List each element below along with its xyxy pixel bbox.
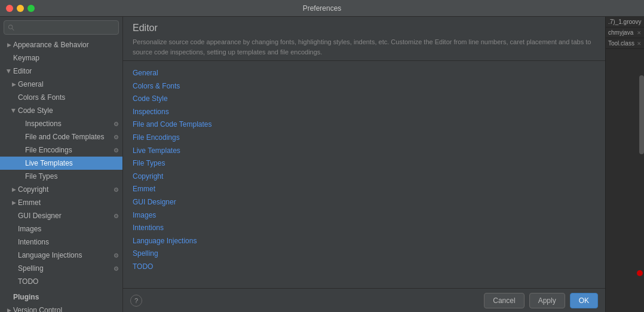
arrow-icon: ▶ [10,106,18,115]
link-copyright[interactable]: Copyright [133,170,596,183]
settings-icon: ⚙ [112,146,120,154]
content-body: General Colors & Fonts Code Style Inspec… [123,61,605,288]
editor-scroll-area [606,49,644,312]
search-input[interactable] [17,23,115,32]
tab-label: Tool.class [608,40,634,47]
tab-close-icon[interactable]: ✕ [637,30,642,36]
cancel-button[interactable]: Cancel [484,293,524,308]
link-language-injections[interactable]: Language Injections [133,235,596,248]
link-gui-designer[interactable]: GUI Designer [133,196,596,209]
content-header: Editor Personalize source code appearanc… [123,17,605,61]
tab-label: .7)_1.groovy [608,19,642,25]
link-colors-fonts[interactable]: Colors & Fonts [133,80,596,93]
arrow-icon: ▶ [10,198,18,207]
tab-label: chmyjava [608,29,633,36]
sidebar-item-live-templates[interactable]: ▶ Live Templates [0,157,122,170]
ok-button[interactable]: OK [570,293,598,308]
sidebar-tree: ▶ Appearance & Behavior ▶ Keymap ▶ Edito… [0,37,122,312]
link-file-types[interactable]: File Types [133,157,596,170]
arrow-icon: ▶ [5,306,13,312]
sidebar-item-images[interactable]: ▶ Images [0,222,122,235]
link-inspections[interactable]: Inspections [133,106,596,119]
search-icon [8,24,14,31]
sidebar-item-label: Live Templates [25,159,73,167]
apply-button[interactable]: Apply [529,293,565,308]
sidebar-item-label: Spelling [18,264,44,273]
sidebar-item-plugins[interactable]: ▶ Plugins [0,290,122,304]
sidebar-item-general[interactable]: ▶ General [0,78,122,91]
sidebar-item-appearance[interactable]: ▶ Appearance & Behavior [0,38,122,51]
sidebar-item-file-types[interactable]: ▶ File Types [0,170,122,183]
sidebar-item-spelling[interactable]: ▶ Spelling ⚙ [0,262,122,275]
sidebar-item-todo[interactable]: ▶ TODO [0,275,122,288]
sidebar-item-label: File Types [25,172,57,181]
sidebar-item-label: General [18,80,44,88]
link-file-encodings[interactable]: File Encodings [133,131,596,145]
right-panel: .7)_1.groovy chmyjava ✕ Tool.class ✕ [605,17,644,312]
sidebar-item-label: File Encodings [25,146,72,154]
sidebar: ▶ Appearance & Behavior ▶ Keymap ▶ Edito… [0,17,123,312]
scroll-thumb[interactable] [639,75,644,154]
link-code-style[interactable]: Code Style [133,93,596,106]
link-file-code-templates[interactable]: File and Code Templates [133,118,596,131]
settings-icon: ⚙ [112,185,120,194]
sidebar-item-keymap[interactable]: ▶ Keymap [0,51,122,65]
title-bar: Preferences [0,0,644,17]
link-emmet[interactable]: Emmet [133,183,596,196]
bottom-bar: ? Cancel Apply OK [123,288,605,312]
sidebar-item-label: Inspections [25,120,62,128]
window-controls[interactable] [6,5,35,12]
help-button[interactable]: ? [130,295,142,307]
sidebar-item-label: Code Style [18,106,53,115]
sidebar-item-emmet[interactable]: ▶ Emmet [0,196,122,209]
tab-tool-class[interactable]: Tool.class ✕ [606,38,644,49]
link-live-templates[interactable]: Live Templates [133,145,596,158]
sidebar-item-label: Images [18,225,41,233]
sidebar-item-label: Colors & Fonts [18,93,65,102]
link-spelling[interactable]: Spelling [133,247,596,261]
link-images[interactable]: Images [133,209,596,222]
arrow-icon: ▶ [5,67,13,75]
tab-close-icon[interactable]: ✕ [637,41,642,47]
link-general[interactable]: General [133,67,596,80]
error-indicator [637,270,643,276]
sidebar-item-intentions[interactable]: ▶ Intentions [0,235,122,249]
tab-chmyjava[interactable]: chmyjava ✕ [606,27,644,38]
arrow-icon: ▶ [5,41,13,49]
arrow-icon: ▶ [10,185,18,194]
sidebar-item-file-encodings[interactable]: ▶ File Encodings ⚙ [0,143,122,157]
sidebar-item-file-code-templates[interactable]: ▶ File and Code Templates ⚙ [0,130,122,143]
settings-icon: ⚙ [112,264,120,273]
content-pane: Editor Personalize source code appearanc… [123,17,605,312]
window-title: Preferences [303,4,342,13]
sidebar-item-code-style[interactable]: ▶ Code Style [0,104,122,117]
close-button[interactable] [6,5,13,12]
sidebar-item-label: GUI Designer [18,212,62,220]
settings-icon: ⚙ [112,251,120,259]
tab-groovy[interactable]: .7)_1.groovy [606,17,644,27]
content-description: Personalize source code appearance by ch… [133,37,596,57]
sidebar-item-copyright[interactable]: ▶ Copyright ⚙ [0,183,122,196]
settings-icon: ⚙ [112,133,120,141]
sidebar-item-label: Emmet [18,198,41,207]
settings-icon: ⚙ [112,120,120,128]
minimize-button[interactable] [17,5,24,12]
sidebar-item-label: Plugins [13,293,39,301]
maximize-button[interactable] [27,5,35,12]
search-box[interactable] [4,20,119,35]
sidebar-item-label: File and Code Templates [25,133,105,141]
sidebar-item-label: Language Injections [18,251,82,259]
sidebar-item-label: TODO [18,277,38,286]
arrow-icon: ▶ [10,80,18,88]
sidebar-item-colors-fonts[interactable]: ▶ Colors & Fonts [0,91,122,104]
sidebar-item-gui-designer[interactable]: ▶ GUI Designer ⚙ [0,209,122,222]
link-todo[interactable]: TODO [133,261,596,274]
sidebar-item-label: Appearance & Behavior [13,41,89,49]
sidebar-item-version-control[interactable]: ▶ Version Control [0,304,122,312]
sidebar-item-label: Copyright [18,185,48,194]
sidebar-item-editor[interactable]: ▶ Editor [0,65,122,78]
settings-icon: ⚙ [112,212,120,220]
sidebar-item-inspections[interactable]: ▶ Inspections ⚙ [0,117,122,130]
sidebar-item-language-injections[interactable]: ▶ Language Injections ⚙ [0,249,122,262]
link-intentions[interactable]: Intentions [133,222,596,235]
